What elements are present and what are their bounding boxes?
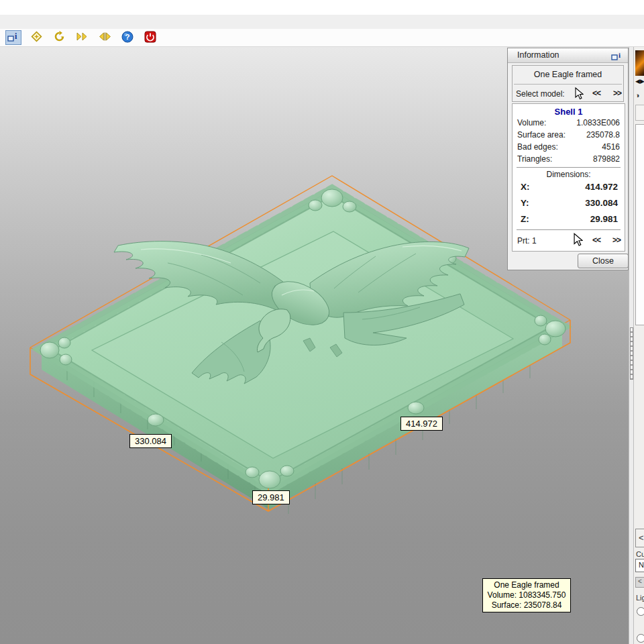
splitter-grip[interactable] (630, 327, 633, 380)
help-tool-button[interactable]: ? (119, 30, 136, 45)
sidebar-list-panel[interactable] (635, 124, 644, 325)
dim-label: X: (521, 179, 530, 195)
dimension-row-z: Z: 29.981 (513, 211, 625, 227)
exit-tool-button[interactable] (142, 30, 158, 45)
part-row: Prt: 1 << >> (517, 233, 620, 249)
rotate-tool-button[interactable] (51, 30, 67, 45)
right-sidebar-clipped: ◀▶ ◑ < Cu N < Lig (634, 47, 644, 644)
light-label: Lig (636, 594, 644, 602)
separator (517, 229, 621, 230)
svg-text:i: i (619, 51, 621, 59)
rotate-icon (53, 30, 66, 45)
flip-compare-icon (99, 32, 111, 44)
panel-splitter[interactable] (629, 47, 634, 644)
information-panel: Information i One Eagle framed Select mo… (507, 48, 629, 270)
prev-model-button[interactable]: << (592, 89, 600, 98)
stat-value: 4516 (602, 141, 620, 153)
shell-info-box: Shell 1 Volume: 1.0833E006 Surface area:… (512, 103, 625, 252)
information-panel-title: Information (517, 50, 559, 60)
shell-title: Shell 1 (513, 104, 625, 117)
stat-label: Bad edges: (517, 141, 558, 153)
tooltip-volume: Volume: 1083345.750 (485, 590, 568, 600)
power-icon (144, 31, 156, 45)
information-panel-header[interactable]: Information i (508, 48, 628, 63)
sidebar-button[interactable] (635, 105, 644, 121)
visibility-icon[interactable]: ◑ (635, 91, 640, 99)
model-name-label[interactable]: One Eagle framed (513, 66, 623, 79)
part-label: Prt: 1 (517, 236, 537, 246)
stat-row-surface: Surface area: 235078.8 (513, 129, 625, 141)
dimension-label-x: 414.972 (400, 417, 443, 431)
dim-value: 414.972 (585, 179, 618, 195)
next-model-button[interactable]: >> (613, 89, 621, 98)
select-model-label: Select model: (516, 89, 565, 99)
menu-band (0, 15, 644, 29)
stat-row-triangles: Triangles: 879882 (513, 153, 625, 165)
stat-value: 1.0833E006 (576, 117, 620, 129)
svg-text:?: ? (125, 33, 129, 41)
dim-value: 330.084 (585, 195, 618, 211)
mouse-cursor-icon (574, 233, 583, 249)
model-thumbnail[interactable] (635, 50, 644, 76)
dimensions-title: Dimensions: (513, 168, 625, 179)
small-chevron-button[interactable]: < (635, 577, 644, 588)
panel-window-icon[interactable]: i (611, 51, 623, 65)
stat-value: 235078.8 (586, 129, 620, 141)
dim-label: Y: (521, 195, 529, 211)
tooltip-surface: Surface: 235078.84 (485, 600, 568, 610)
information-tool-button[interactable]: i (5, 30, 21, 45)
splitter-arrows-icon[interactable]: ◀▶ (635, 78, 644, 85)
fast-forward-tool-button[interactable] (74, 30, 90, 45)
next-part-button[interactable]: >> (612, 235, 621, 245)
dimension-row-x: X: 414.972 (513, 179, 625, 195)
stat-row-bad-edges: Bad edges: 4516 (513, 141, 625, 153)
dimension-label-y: 330.084 (129, 434, 172, 448)
prev-part-button[interactable]: << (592, 235, 600, 245)
center-model-icon (30, 30, 43, 45)
light-radio-1[interactable] (637, 607, 644, 616)
sidebar-input[interactable]: N (635, 559, 644, 572)
current-label: Cu (636, 550, 644, 558)
group-separator (514, 84, 622, 85)
select-model-row: Select model: << >> (516, 87, 620, 101)
dimension-label-z: 29.981 (252, 490, 290, 504)
window-top-strip (0, 0, 644, 15)
collapse-button[interactable]: < (635, 529, 644, 547)
stat-label: Volume: (517, 117, 546, 129)
stat-row-volume: Volume: 1.0833E006 (513, 117, 625, 129)
dim-label: Z: (521, 211, 529, 227)
help-icon: ? (121, 31, 133, 45)
stat-value: 879882 (593, 153, 620, 165)
toolbar: i (0, 29, 644, 47)
information-icon: i (7, 32, 19, 44)
light-radio-2[interactable] (637, 634, 644, 643)
flip-compare-tool-button[interactable] (97, 30, 113, 45)
svg-text:i: i (15, 32, 17, 41)
select-model-group: One Eagle framed Select model: << >> (512, 65, 624, 102)
cursor-pick-icon (575, 87, 584, 102)
center-model-tool-button[interactable] (28, 30, 44, 45)
dimension-row-y: Y: 330.084 (513, 195, 625, 211)
stat-label: Surface area: (517, 129, 566, 141)
close-button[interactable]: Close (578, 254, 629, 268)
fast-forward-icon (76, 32, 89, 44)
model-tooltip: One Eagle framed Volume: 1083345.750 Sur… (482, 578, 571, 612)
dim-value: 29.981 (590, 211, 618, 227)
tooltip-model-name: One Eagle framed (485, 580, 568, 590)
stat-label: Triangles: (517, 153, 552, 165)
